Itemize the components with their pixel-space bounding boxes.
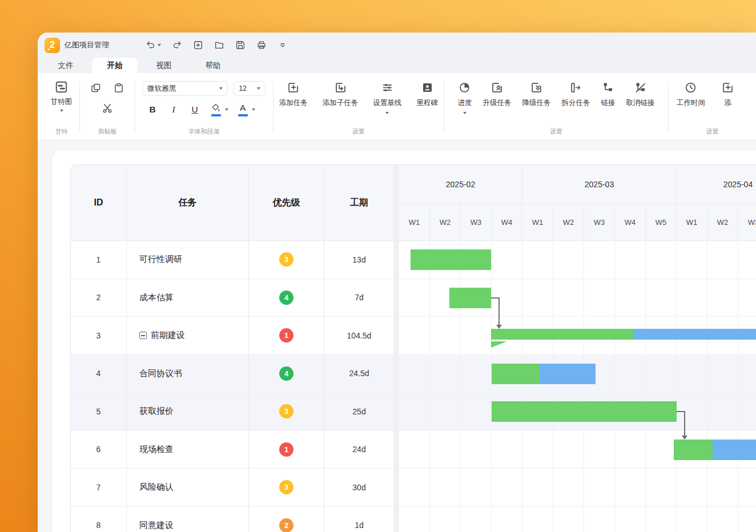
table-row[interactable]: 3前期建设1104.5d (71, 317, 395, 355)
table-row[interactable]: 1可行性调研313d (71, 241, 395, 279)
chevron-down-icon (252, 108, 255, 111)
ribbon-button-进度[interactable]: 进度 (457, 81, 472, 114)
app-logo: 2 (45, 38, 60, 53)
tab-文件[interactable]: 文件 (43, 58, 89, 73)
week-cell: W1 (522, 204, 553, 241)
task-table-body: 1可行性调研313d2成本估算47d3前期建设1104.5d4合同协议书424.… (71, 241, 395, 532)
ribbon-button-设置基线[interactable]: 设置基线 (373, 81, 401, 114)
font-name-select[interactable]: 微软雅黑 (142, 81, 228, 96)
table-row[interactable]: 7风险确认330d (71, 469, 395, 507)
ribbon-group-task: 添加任务添加子任务设置基线里程碑设置 (274, 79, 444, 140)
button-label: 升级任务 (482, 98, 511, 108)
collapse-button[interactable] (278, 40, 288, 50)
gantt-bar-task-4[interactable] (492, 364, 596, 384)
undo-button[interactable] (146, 40, 161, 50)
cut-button[interactable] (102, 103, 113, 116)
gantt-bar-task-3[interactable] (491, 329, 756, 340)
ribbon-group-label: 甘特 (43, 127, 79, 136)
task-name: 风险确认 (139, 482, 174, 493)
desktop-background: 2 亿图项目管理 文件开始视图帮助 甘特图甘特剪贴板微软雅黑12BIUA字体和段… (0, 0, 756, 532)
open-button[interactable] (214, 40, 224, 50)
undo-icon (146, 40, 156, 50)
table-row[interactable]: 6现场检查124d (71, 431, 395, 469)
italic-button[interactable]: I (167, 102, 180, 117)
task-duration-cell: 24.5d (324, 355, 395, 393)
tab-视图[interactable]: 视图 (141, 58, 187, 73)
tab-开始[interactable]: 开始 (92, 58, 138, 73)
structure-buttons: 进度升级任务降级任务拆分任务链接取消链接 (457, 81, 654, 114)
bold-button[interactable]: B (146, 102, 159, 117)
fill-color-button[interactable] (209, 102, 223, 117)
task-id-cell: 3 (71, 317, 127, 354)
task-priority-cell: 2 (249, 507, 324, 532)
gantt-row (399, 355, 756, 393)
paste-button[interactable] (113, 82, 124, 96)
gantt-bar-task-2[interactable] (449, 288, 491, 308)
ribbon-button-添加任务[interactable]: 添加任务 (279, 81, 308, 114)
month-cell: 2025-02 (399, 165, 522, 204)
task-table-header: ID任务优先级工期 (71, 165, 395, 241)
task-priority-cell: 4 (249, 279, 324, 317)
task-name-cell: 成本估算 (127, 279, 249, 317)
gantt-bar-task-6[interactable] (674, 440, 756, 460)
collapse-toggle-icon[interactable] (139, 332, 147, 339)
paint-bucket-icon (211, 103, 221, 113)
tab-帮助[interactable]: 帮助 (190, 58, 236, 73)
font-format-row: BIUA (142, 102, 266, 117)
timeline-months: 2025-022025-032025-04 (399, 165, 756, 204)
ribbon-button-链接[interactable]: 链接 (601, 81, 615, 114)
demote-task-icon (530, 81, 543, 94)
ribbon-group-label: 字体和段落 (135, 127, 273, 136)
table-row[interactable]: 8同意建设21d (71, 507, 395, 532)
task-name: 可行性调研 (139, 254, 182, 265)
ribbon-button-添加子任务[interactable]: 添加子任务 (323, 81, 359, 114)
button-label: 拆分任务 (561, 98, 590, 108)
ribbon-button-工作时间[interactable]: 工作时间 (677, 81, 705, 108)
ribbon-button-里程碑[interactable]: 里程碑 (416, 81, 438, 114)
gantt-view-button[interactable]: 甘特图 (51, 80, 73, 112)
underline-button[interactable]: U (188, 102, 202, 117)
ribbon-button-拆分任务[interactable]: 拆分任务 (561, 81, 590, 114)
print-button[interactable] (256, 40, 267, 50)
week-cell: W3 (461, 204, 492, 241)
save-button[interactable] (235, 40, 246, 50)
month-cell: 2025-04 (677, 165, 756, 204)
table-row[interactable]: 4合同协议书424.5d (71, 355, 395, 393)
glyph: B (150, 104, 156, 115)
task-name: 成本估算 (139, 292, 174, 303)
table-gantt-splitter[interactable] (395, 165, 399, 532)
button-label: 工作时间 (677, 98, 705, 108)
chevron-down-icon (60, 110, 63, 112)
redo-button[interactable] (172, 40, 182, 50)
new-button[interactable] (193, 40, 203, 50)
ribbon-button-添[interactable]: 添 (721, 81, 734, 108)
font-select-row: 微软雅黑12 (142, 81, 266, 96)
link-icon (601, 81, 614, 94)
font-size-select[interactable]: 12 (234, 81, 266, 96)
gantt-row (399, 317, 756, 355)
button-label: 甘特图 (51, 97, 73, 107)
save-icon (235, 40, 246, 50)
week-cell: W3 (584, 204, 615, 241)
gantt-bar-task-5[interactable] (492, 401, 677, 422)
table-row[interactable]: 2成本估算47d (71, 279, 395, 317)
task-duration-cell: 1d (324, 507, 395, 532)
gantt-row (399, 393, 756, 431)
copy-button[interactable] (90, 82, 102, 96)
week-cell: W4 (492, 204, 522, 241)
gantt-row (399, 431, 756, 469)
font-color-button[interactable]: A (236, 102, 250, 117)
task-name-cell: 现场检查 (127, 431, 249, 469)
gantt-panel: 2025-022025-032025-04 W1W2W3W4W1W2W3W4W5… (399, 165, 756, 532)
ribbon-button-降级任务[interactable]: 降级任务 (522, 81, 550, 114)
button-label: 添 (724, 98, 731, 108)
button-label: 进度 (457, 98, 472, 108)
table-row[interactable]: 5获取报价325d (71, 393, 395, 431)
task-duration-cell: 24d (324, 431, 395, 469)
week-cell: W1 (399, 204, 430, 241)
gantt-bar-task-1[interactable] (411, 249, 491, 270)
ribbon-button-升级任务[interactable]: 升级任务 (482, 81, 511, 114)
bar-progress-segment (492, 364, 540, 384)
priority-badge: 4 (279, 366, 293, 381)
ribbon-button-取消链接[interactable]: 取消链接 (626, 81, 654, 114)
